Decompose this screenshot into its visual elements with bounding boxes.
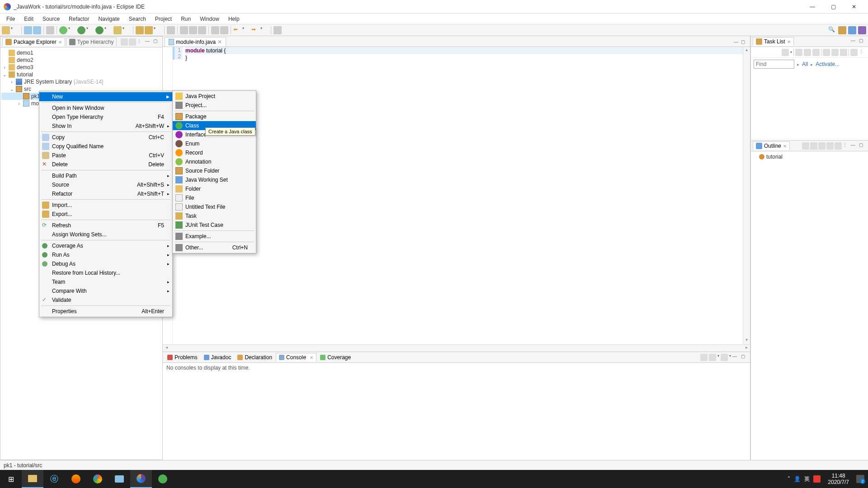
menu-edit[interactable]: Edit (19, 14, 38, 23)
outline-item-tutorial[interactable]: tutorial (752, 153, 867, 160)
dropdown-arrow-icon[interactable]: ▾ (123, 26, 131, 34)
toolbar-icon[interactable] (113, 26, 122, 34)
java-perspective-icon[interactable] (848, 26, 856, 34)
new-class-icon[interactable] (145, 26, 153, 34)
outline-toolbar-icon[interactable] (818, 142, 826, 150)
tab-task-list[interactable]: Task List ✕ (753, 37, 794, 46)
sub-folder[interactable]: Folder (173, 184, 256, 193)
ctx-export[interactable]: Export... (39, 210, 172, 219)
ctx-delete[interactable]: ✕DeleteDelete (39, 160, 172, 169)
taskbar-ie[interactable]: ⓔ (43, 470, 65, 488)
toolbar-icon[interactable] (180, 26, 188, 34)
ctx-debug-as[interactable]: Debug As▸ (39, 259, 172, 268)
new-icon[interactable] (2, 26, 10, 34)
tree-item-jre[interactable]: › JRE System Library [JavaSE-14] (1, 78, 161, 85)
console-toolbar-icon[interactable] (700, 354, 708, 361)
task-toolbar-icon[interactable] (795, 49, 802, 56)
minimize-view-icon[interactable]: — (851, 142, 858, 150)
sub-example[interactable]: Example... (173, 232, 256, 241)
editor-tab-module-info[interactable]: module-info.java ✕ (165, 37, 226, 47)
forward-icon[interactable]: ➡ (251, 26, 259, 34)
close-button[interactable]: ✕ (844, 0, 864, 14)
new-package-icon[interactable] (136, 26, 144, 34)
dropdown-arrow-icon[interactable]: ▾ (104, 26, 113, 34)
maximize-view-icon[interactable]: ▢ (859, 142, 866, 150)
sub-annotation[interactable]: Annotation (173, 157, 256, 166)
minimize-view-icon[interactable]: — (851, 38, 858, 45)
task-toolbar-icon[interactable] (850, 49, 858, 56)
task-find-input[interactable] (754, 60, 794, 69)
dropdown-arrow-icon[interactable]: ▾ (154, 26, 162, 34)
back-icon[interactable]: ⬅ (233, 26, 241, 34)
toolbar-icon[interactable] (189, 26, 197, 34)
menu-refactor[interactable]: Refactor (64, 14, 94, 23)
close-tab-icon[interactable]: ✕ (783, 144, 787, 149)
taskbar-app[interactable] (152, 470, 174, 488)
maximize-editor-icon[interactable]: ▢ (741, 39, 748, 47)
ctx-assign-ws[interactable]: Assign Working Sets... (39, 230, 172, 239)
minimize-view-icon[interactable]: — (732, 354, 740, 361)
ctx-new[interactable]: New▶ (39, 92, 172, 101)
ctx-compare[interactable]: Compare With▸ (39, 286, 172, 296)
ctx-copy[interactable]: CopyCtrl+C (39, 133, 172, 142)
tray-chevron-icon[interactable]: ˄ (788, 476, 790, 482)
taskbar-app[interactable] (108, 470, 130, 488)
ctx-source[interactable]: SourceAlt+Shift+S▸ (39, 180, 172, 189)
ctx-show-in[interactable]: Show InAlt+Shift+W▸ (39, 122, 172, 131)
menu-run[interactable]: Run (176, 14, 195, 23)
close-tab-icon[interactable]: ✕ (787, 39, 791, 44)
sub-file[interactable]: File (173, 193, 256, 202)
dropdown-arrow-icon[interactable]: ▾ (68, 26, 76, 34)
tree-item-demo2[interactable]: demo2 (1, 56, 161, 64)
ctx-validate[interactable]: ✓Validate (39, 296, 172, 305)
taskbar-file-explorer[interactable] (22, 470, 43, 488)
view-menu-icon[interactable]: ⋮ (137, 38, 144, 46)
ctx-build-path[interactable]: Build Path▸ (39, 171, 172, 180)
sub-untitled[interactable]: Untitled Text File (173, 202, 256, 211)
tree-item-tutorial[interactable]: ⌄ tutorial (1, 71, 161, 78)
pin-icon[interactable] (274, 26, 282, 34)
dropdown-arrow-icon[interactable]: ▾ (790, 50, 792, 54)
outline-toolbar-icon[interactable] (810, 142, 817, 150)
sub-record[interactable]: Record (173, 148, 256, 157)
task-toolbar-icon[interactable] (812, 49, 820, 56)
dropdown-arrow-icon[interactable]: ▾ (260, 26, 269, 34)
outline-toolbar-icon[interactable] (826, 142, 834, 150)
dropdown-arrow-icon[interactable]: ▾ (717, 354, 719, 361)
maximize-button[interactable]: ▢ (823, 0, 844, 14)
ctx-open-hierarchy[interactable]: Open Type HierarchyF4 (39, 113, 172, 122)
tree-item-demo3[interactable]: › demo3 (1, 64, 161, 71)
horizontal-scrollbar[interactable]: ◂ ▸ (163, 344, 750, 352)
sub-junit[interactable]: JUnit Test Case (173, 221, 256, 230)
ctx-refactor[interactable]: RefactorAlt+Shift+T▸ (39, 189, 172, 198)
task-all-link[interactable]: All (802, 61, 808, 67)
ctx-team[interactable]: Team▸ (39, 277, 172, 286)
vertical-scrollbar[interactable]: ▴ ▾ (743, 47, 750, 344)
save-icon[interactable] (24, 26, 32, 34)
collapse-all-icon[interactable] (121, 38, 128, 46)
toolbar-icon[interactable] (220, 26, 228, 34)
tab-package-explorer[interactable]: Package Explorer ✕ (2, 38, 65, 46)
debug-perspective-icon[interactable] (858, 26, 866, 34)
toolbar-icon[interactable] (46, 26, 54, 34)
sub-source-folder[interactable]: Source Folder (173, 166, 256, 175)
close-tab-icon[interactable]: ✕ (310, 355, 313, 360)
console-toolbar-icon[interactable] (709, 354, 716, 361)
minimize-button[interactable]: — (802, 0, 823, 14)
quick-access-icon[interactable]: 🔍 (828, 26, 836, 34)
ctx-restore[interactable]: Restore from Local History... (39, 268, 172, 277)
sub-project[interactable]: Project... (173, 101, 256, 110)
tray-icon[interactable] (813, 475, 821, 483)
task-activate-link[interactable]: Activate... (816, 61, 840, 67)
minimize-editor-icon[interactable]: — (734, 39, 741, 47)
outline-toolbar-icon[interactable] (835, 142, 842, 150)
tab-problems[interactable]: Problems (165, 353, 200, 361)
scroll-down-icon[interactable]: ▾ (743, 337, 750, 344)
task-toolbar-icon[interactable] (823, 49, 830, 56)
debug-icon[interactable] (59, 26, 67, 34)
tab-declaration[interactable]: Declaration (235, 353, 275, 361)
taskbar-eclipse[interactable] (130, 470, 152, 488)
ctx-open-window[interactable]: Open in New Window (39, 103, 172, 113)
task-toolbar-icon[interactable] (804, 49, 811, 56)
menu-help[interactable]: Help (224, 14, 244, 23)
